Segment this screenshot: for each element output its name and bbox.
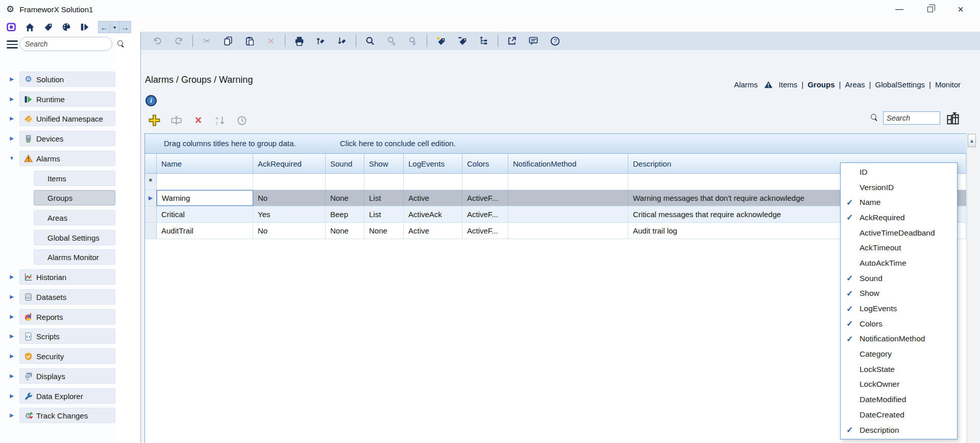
sidebar-item-devices[interactable]: Devices [19,131,115,146]
tree-expander-icon[interactable]: ▶ [9,314,15,319]
menu-item-acktimeout[interactable]: AckTimeout [841,240,957,255]
cell-show[interactable]: List [364,206,404,222]
tree-expander-icon[interactable]: ▶ [9,333,15,339]
tree-expander-icon[interactable]: ▶ [9,393,15,399]
column-header-sound[interactable]: Sound [326,154,364,173]
grid-search-icon[interactable] [871,114,878,121]
tree-expander-icon[interactable]: ▶ [9,96,15,102]
sidebar-item-alarms[interactable]: Alarms [19,151,115,166]
menu-item-lockstate[interactable]: LockState [841,362,957,377]
tree-expander-icon[interactable]: ▶ [9,135,15,141]
tag-remove-icon[interactable] [456,34,470,48]
delete-row-button[interactable]: × [191,113,205,127]
sidebar-item-alarms-monitor[interactable]: Alarms Monitor [34,249,115,265]
menu-item-id[interactable]: ID [841,165,957,180]
tree-expander-icon[interactable]: ▶ [9,294,15,299]
cell-sound[interactable]: None [326,223,364,239]
sidebar-item-solution[interactable]: ⚙Solution [19,72,115,87]
help-icon[interactable]: ? [548,34,562,48]
cell-logevents[interactable]: Active [404,223,462,239]
sidebar-item-security[interactable]: Security [19,348,115,364]
sidebar-item-scripts[interactable]: Scripts [19,329,115,344]
menu-item-category[interactable]: Category [841,346,957,362]
column-header-colors[interactable]: Colors [462,154,508,173]
menu-item-lockowner[interactable]: LockOwner [841,377,957,392]
tree-expander-icon[interactable]: ▶ [9,373,15,379]
tree-expander-icon[interactable]: ▶ [9,412,15,418]
column-header-logevents[interactable]: LogEvents [404,154,462,173]
paste-icon[interactable] [243,34,257,48]
tree-expander-icon[interactable]: ▼ [9,155,15,161]
new-row-cell-notificationmethod[interactable] [508,174,628,190]
theme-palette-icon[interactable] [60,21,72,33]
sidebar-item-historian[interactable]: Historian [19,269,115,285]
cell-notificationmethod[interactable] [508,206,628,222]
cell-logevents[interactable]: ActiveAck [404,206,462,222]
menu-item-ackrequired[interactable]: ✓AckRequired [841,210,957,225]
cell-colors[interactable]: ActiveF... [462,206,508,222]
sidebar-item-displays[interactable]: Displays [19,368,115,384]
tree-expander-icon[interactable]: ▶ [9,115,15,121]
tree-view-icon[interactable] [477,34,491,48]
new-row-cell-name[interactable] [157,174,253,190]
sidebar-item-groups[interactable]: Groups [34,190,115,205]
column-header-show[interactable]: Show [364,154,404,173]
tab-items[interactable]: Items [779,80,798,89]
edit-hint[interactable]: Click here to conclude cell edition. [340,139,456,148]
cell-name[interactable]: Critical [157,206,253,222]
new-row-cell-show[interactable] [364,174,404,190]
cell-show[interactable]: List [364,190,404,206]
menu-item-name[interactable]: ✓Name [841,195,957,210]
sidebar-item-items[interactable]: Items [34,171,115,186]
cell-sound[interactable]: None [326,190,364,206]
sidebar-item-data-explorer[interactable]: Data Explorer [19,388,115,404]
add-row-button[interactable] [148,113,161,127]
tag-import-icon[interactable] [335,34,349,48]
column-chooser-icon[interactable] [945,109,961,126]
tab-areas[interactable]: Areas [845,80,865,89]
restore-button[interactable] [915,0,945,18]
cell-name[interactable]: Warning [157,190,253,206]
cell-show[interactable]: None [364,223,404,239]
tag-export-icon[interactable] [314,34,328,48]
grid-group-bar[interactable]: Drag columns titles here to group data. … [145,134,966,154]
cell-name[interactable]: AuditTrail [157,223,253,239]
tree-expander-icon[interactable]: ▶ [9,76,15,82]
comment-icon[interactable] [527,34,541,48]
close-button[interactable]: × [945,0,976,18]
menu-item-autoacktime[interactable]: AutoAckTime [841,255,957,271]
sidebar-item-areas[interactable]: Areas [34,210,115,225]
menu-item-sound[interactable]: ✓Sound [841,271,957,286]
copy-icon[interactable] [222,34,235,48]
cell-colors[interactable]: ActiveF... [462,223,508,239]
cell-ackrequired[interactable]: Yes [253,206,326,222]
new-row-cell-colors[interactable] [462,174,508,190]
sidebar-item-global-settings[interactable]: Global Settings [34,230,115,245]
menu-item-description[interactable]: ✓Description [841,423,957,438]
sidebar-item-unified-namespace[interactable]: Unified Namespace [19,111,115,126]
grid-vertical-scrollbar[interactable]: ▲ [967,133,976,443]
column-header-name[interactable]: Name [157,154,253,173]
menu-item-activetimedeadband[interactable]: ActiveTimeDeadband [841,225,957,241]
minimize-button[interactable]: — [884,0,915,18]
tree-expander-icon[interactable]: ▶ [9,353,15,359]
sidebar-item-reports[interactable]: Reports [19,309,115,324]
tag-icon[interactable] [42,21,54,33]
tab-monitor[interactable]: Monitor [935,80,961,89]
search-icon[interactable] [117,40,125,48]
sidebar-item-datasets[interactable]: Datasets [19,289,115,305]
column-header-ackrequired[interactable]: AckRequired [253,154,326,173]
home-icon[interactable] [23,21,36,33]
cell-notificationmethod[interactable] [508,223,628,239]
cell-ackrequired[interactable]: No [253,190,326,206]
tree-expander-icon[interactable]: ▶ [9,274,15,279]
cell-logevents[interactable]: Active [404,190,462,206]
grid-search-input[interactable] [883,111,940,125]
tab-globalsettings[interactable]: GlobalSettings [875,80,925,89]
nav-back-button[interactable]: ← [98,21,110,33]
open-external-icon[interactable] [505,34,519,48]
info-icon[interactable]: i [145,95,157,106]
menu-item-show[interactable]: ✓Show [841,286,957,301]
cell-ackrequired[interactable]: No [253,223,326,239]
new-row-cell-logevents[interactable] [404,174,462,190]
